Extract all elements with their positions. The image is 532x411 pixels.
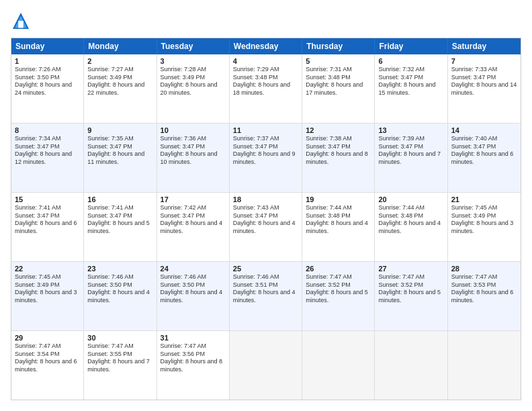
calendar-cell: 7 Sunrise: 7:33 AM Sunset: 3:47 PM Dayli… (448, 54, 521, 123)
calendar-cell: 29 Sunrise: 7:47 AM Sunset: 3:54 PM Dayl… (11, 331, 84, 400)
calendar-cell: 28 Sunrise: 7:47 AM Sunset: 3:53 PM Dayl… (448, 262, 521, 330)
weekday-header: Thursday (302, 38, 375, 54)
cell-info: Sunrise: 7:38 AM Sunset: 3:47 PM Dayligh… (306, 135, 371, 167)
calendar-cell: 19 Sunrise: 7:44 AM Sunset: 3:48 PM Dayl… (302, 193, 375, 261)
weekday-header: Sunday (11, 38, 84, 54)
cell-info: Sunrise: 7:45 AM Sunset: 3:49 PM Dayligh… (451, 204, 517, 236)
calendar-cell: 20 Sunrise: 7:44 AM Sunset: 3:48 PM Dayl… (375, 193, 447, 261)
cell-info: Sunrise: 7:47 AM Sunset: 3:54 PM Dayligh… (15, 342, 80, 374)
cell-info: Sunrise: 7:47 AM Sunset: 3:53 PM Dayligh… (451, 273, 517, 305)
weekday-header: Wednesday (230, 38, 302, 54)
calendar-cell: 4 Sunrise: 7:29 AM Sunset: 3:48 PM Dayli… (230, 54, 302, 123)
calendar-cell: 18 Sunrise: 7:43 AM Sunset: 3:47 PM Dayl… (230, 193, 302, 261)
day-number: 29 (15, 334, 80, 342)
calendar-body: 1 Sunrise: 7:26 AM Sunset: 3:50 PM Dayli… (11, 54, 521, 400)
day-number: 3 (161, 57, 226, 65)
day-number: 21 (451, 195, 517, 203)
cell-info: Sunrise: 7:47 AM Sunset: 3:52 PM Dayligh… (378, 273, 443, 305)
weekday-header: Monday (84, 38, 157, 54)
calendar-cell: 12 Sunrise: 7:38 AM Sunset: 3:47 PM Dayl… (302, 124, 375, 192)
cell-info: Sunrise: 7:47 AM Sunset: 3:52 PM Dayligh… (306, 273, 371, 305)
calendar-cell (448, 331, 521, 400)
cell-info: Sunrise: 7:33 AM Sunset: 3:47 PM Dayligh… (451, 66, 517, 97)
calendar-cell: 11 Sunrise: 7:37 AM Sunset: 3:47 PM Dayl… (230, 124, 302, 192)
day-number: 16 (87, 195, 152, 203)
cell-info: Sunrise: 7:44 AM Sunset: 3:48 PM Dayligh… (378, 204, 443, 236)
cell-info: Sunrise: 7:39 AM Sunset: 3:47 PM Dayligh… (378, 135, 443, 167)
day-number: 4 (233, 57, 298, 65)
calendar-row: 22 Sunrise: 7:45 AM Sunset: 3:49 PM Dayl… (11, 261, 521, 330)
calendar-cell: 6 Sunrise: 7:32 AM Sunset: 3:47 PM Dayli… (375, 54, 447, 123)
calendar-cell: 17 Sunrise: 7:42 AM Sunset: 3:47 PM Dayl… (157, 193, 230, 261)
day-number: 25 (233, 265, 298, 273)
day-number: 20 (378, 195, 443, 203)
day-number: 11 (233, 126, 298, 134)
day-number: 17 (161, 195, 226, 203)
cell-info: Sunrise: 7:47 AM Sunset: 3:55 PM Dayligh… (87, 342, 152, 374)
calendar-cell: 1 Sunrise: 7:26 AM Sunset: 3:50 PM Dayli… (11, 54, 84, 123)
cell-info: Sunrise: 7:35 AM Sunset: 3:47 PM Dayligh… (87, 135, 152, 167)
cell-info: Sunrise: 7:26 AM Sunset: 3:50 PM Dayligh… (15, 66, 80, 97)
page: SundayMondayTuesdayWednesdayThursdayFrid… (0, 0, 532, 411)
cell-info: Sunrise: 7:47 AM Sunset: 3:56 PM Dayligh… (161, 342, 226, 374)
calendar-row: 1 Sunrise: 7:26 AM Sunset: 3:50 PM Dayli… (11, 54, 521, 123)
calendar-cell: 3 Sunrise: 7:28 AM Sunset: 3:49 PM Dayli… (157, 54, 230, 123)
cell-info: Sunrise: 7:31 AM Sunset: 3:48 PM Dayligh… (306, 66, 371, 97)
cell-info: Sunrise: 7:46 AM Sunset: 3:51 PM Dayligh… (233, 273, 298, 305)
cell-info: Sunrise: 7:40 AM Sunset: 3:47 PM Dayligh… (451, 135, 517, 167)
day-number: 27 (378, 265, 443, 273)
day-number: 9 (87, 126, 152, 134)
calendar-cell: 16 Sunrise: 7:41 AM Sunset: 3:47 PM Dayl… (84, 193, 157, 261)
calendar-row: 29 Sunrise: 7:47 AM Sunset: 3:54 PM Dayl… (11, 330, 521, 400)
day-number: 12 (306, 126, 371, 134)
day-number: 10 (161, 126, 226, 134)
day-number: 14 (451, 126, 517, 134)
calendar-cell: 27 Sunrise: 7:47 AM Sunset: 3:52 PM Dayl… (375, 262, 447, 330)
cell-info: Sunrise: 7:42 AM Sunset: 3:47 PM Dayligh… (161, 204, 226, 236)
day-number: 5 (306, 57, 371, 65)
logo-icon (11, 11, 31, 31)
day-number: 26 (306, 265, 371, 273)
day-number: 8 (15, 126, 80, 134)
calendar-cell: 26 Sunrise: 7:47 AM Sunset: 3:52 PM Dayl… (302, 262, 375, 330)
calendar-header: SundayMondayTuesdayWednesdayThursdayFrid… (11, 38, 521, 54)
day-number: 23 (87, 265, 152, 273)
calendar-cell: 21 Sunrise: 7:45 AM Sunset: 3:49 PM Dayl… (448, 193, 521, 261)
cell-info: Sunrise: 7:34 AM Sunset: 3:47 PM Dayligh… (15, 135, 80, 167)
weekday-header: Saturday (448, 38, 521, 54)
header (11, 11, 521, 31)
calendar-cell (302, 331, 375, 400)
day-number: 31 (161, 334, 226, 342)
svg-rect-2 (18, 21, 24, 28)
calendar-row: 8 Sunrise: 7:34 AM Sunset: 3:47 PM Dayli… (11, 123, 521, 192)
day-number: 2 (87, 57, 152, 65)
weekday-header: Tuesday (157, 38, 230, 54)
calendar-row: 15 Sunrise: 7:41 AM Sunset: 3:47 PM Dayl… (11, 192, 521, 261)
cell-info: Sunrise: 7:43 AM Sunset: 3:47 PM Dayligh… (233, 204, 298, 236)
day-number: 1 (15, 57, 80, 65)
day-number: 24 (161, 265, 226, 273)
cell-info: Sunrise: 7:36 AM Sunset: 3:47 PM Dayligh… (161, 135, 226, 167)
calendar: SundayMondayTuesdayWednesdayThursdayFrid… (11, 38, 521, 400)
cell-info: Sunrise: 7:44 AM Sunset: 3:48 PM Dayligh… (306, 204, 371, 236)
cell-info: Sunrise: 7:29 AM Sunset: 3:48 PM Dayligh… (233, 66, 298, 97)
calendar-cell (375, 331, 447, 400)
day-number: 28 (451, 265, 517, 273)
calendar-cell: 14 Sunrise: 7:40 AM Sunset: 3:47 PM Dayl… (448, 124, 521, 192)
cell-info: Sunrise: 7:46 AM Sunset: 3:50 PM Dayligh… (161, 273, 226, 305)
cell-info: Sunrise: 7:41 AM Sunset: 3:47 PM Dayligh… (87, 204, 152, 236)
cell-info: Sunrise: 7:37 AM Sunset: 3:47 PM Dayligh… (233, 135, 298, 167)
cell-info: Sunrise: 7:28 AM Sunset: 3:49 PM Dayligh… (161, 66, 226, 97)
calendar-cell: 10 Sunrise: 7:36 AM Sunset: 3:47 PM Dayl… (157, 124, 230, 192)
day-number: 6 (378, 57, 443, 65)
cell-info: Sunrise: 7:45 AM Sunset: 3:49 PM Dayligh… (15, 273, 80, 305)
cell-info: Sunrise: 7:27 AM Sunset: 3:49 PM Dayligh… (87, 66, 152, 97)
calendar-cell: 15 Sunrise: 7:41 AM Sunset: 3:47 PM Dayl… (11, 193, 84, 261)
day-number: 13 (378, 126, 443, 134)
day-number: 18 (233, 195, 298, 203)
cell-info: Sunrise: 7:32 AM Sunset: 3:47 PM Dayligh… (378, 66, 443, 97)
calendar-cell: 5 Sunrise: 7:31 AM Sunset: 3:48 PM Dayli… (302, 54, 375, 123)
calendar-cell: 25 Sunrise: 7:46 AM Sunset: 3:51 PM Dayl… (230, 262, 302, 330)
calendar-cell: 2 Sunrise: 7:27 AM Sunset: 3:49 PM Dayli… (84, 54, 157, 123)
cell-info: Sunrise: 7:46 AM Sunset: 3:50 PM Dayligh… (87, 273, 152, 305)
